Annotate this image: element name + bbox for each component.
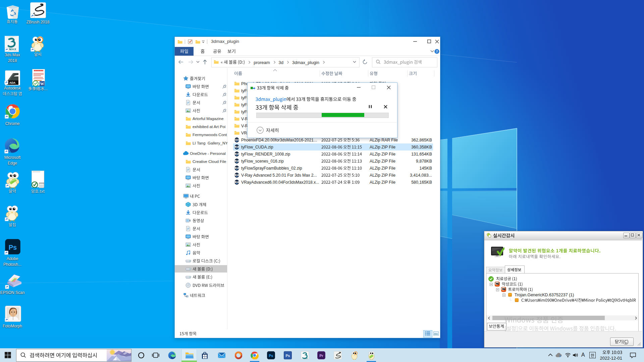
svg-text:Ps: Ps [286,354,290,358]
svg-text:Ps: Ps [269,354,273,358]
svg-text:MAX: MAX [304,358,308,359]
svg-text:Pr: Pr [319,354,323,358]
